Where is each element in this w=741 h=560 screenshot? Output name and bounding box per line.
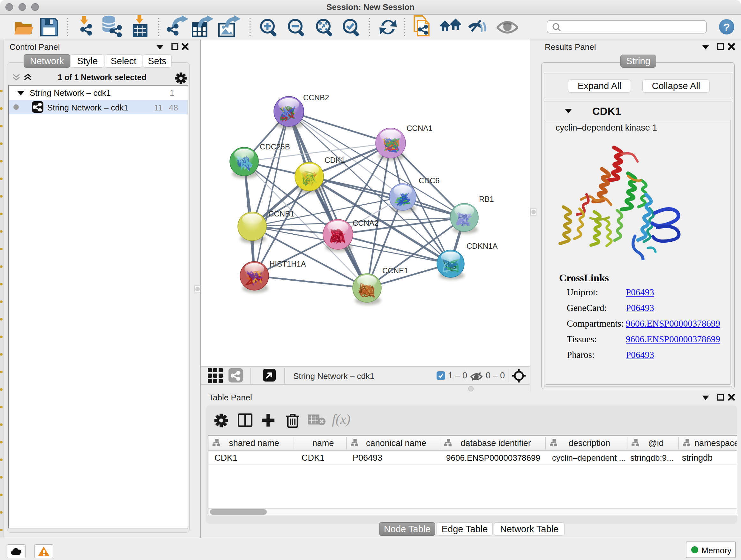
svg-text:RB1: RB1 bbox=[479, 195, 494, 203]
svg-text:HIST1H1A: HIST1H1A bbox=[269, 260, 306, 268]
svg-text:CDC25B: CDC25B bbox=[260, 142, 290, 151]
svg-text:CCNA2: CCNA2 bbox=[353, 219, 379, 227]
svg-text:CDK1: CDK1 bbox=[325, 156, 345, 165]
svg-text:CCNE1: CCNE1 bbox=[382, 266, 408, 275]
svg-text:CCNA1: CCNA1 bbox=[407, 124, 432, 132]
svg-text:CDKN1A: CDKN1A bbox=[467, 242, 497, 250]
svg-text:CCNB1: CCNB1 bbox=[268, 209, 294, 218]
svg-text:CDC6: CDC6 bbox=[419, 176, 440, 185]
svg-text:CCNB2: CCNB2 bbox=[303, 93, 329, 102]
